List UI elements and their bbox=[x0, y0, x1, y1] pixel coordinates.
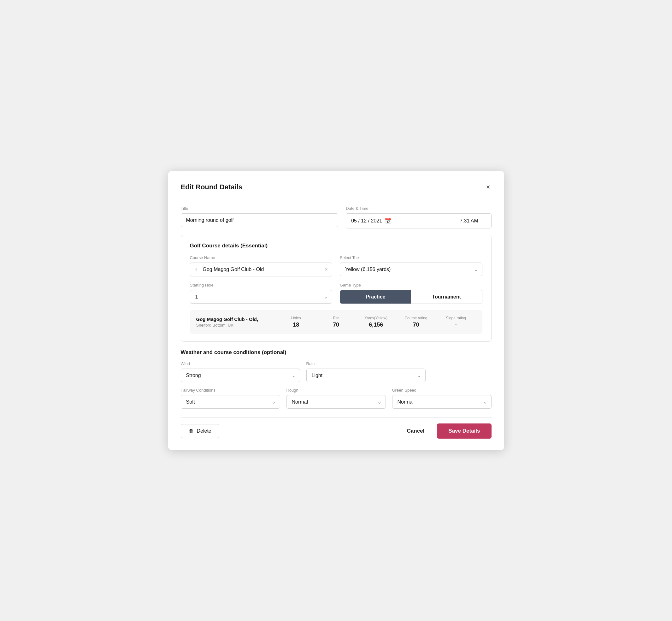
datetime-group: Date & Time 05 / 12 / 2021 📅 7:31 AM bbox=[346, 206, 491, 229]
rain-label: Rain bbox=[306, 361, 426, 366]
tee-select[interactable]: Yellow (6,156 yards) White Red Blue bbox=[340, 262, 482, 276]
title-group: Title bbox=[181, 206, 339, 229]
trash-icon: 🗑 bbox=[189, 428, 194, 434]
wind-rain-row: Wind Calm Light Moderate Strong Very Str… bbox=[181, 361, 492, 382]
rain-group: Rain None Light Moderate Heavy ⌄ bbox=[306, 361, 426, 382]
fairway-rough-green-row: Fairway Conditions Soft Normal Hard Wet … bbox=[181, 388, 492, 409]
time-part[interactable]: 7:31 AM bbox=[447, 214, 491, 228]
course-name-input[interactable] bbox=[190, 262, 333, 277]
course-info-card: Gog Magog Golf Club - Old, Shelford Bott… bbox=[190, 310, 482, 334]
title-datetime-row: Title Date & Time 05 / 12 / 2021 📅 7 bbox=[181, 206, 492, 229]
footer-row: 🗑 Delete Cancel Save Details bbox=[181, 417, 492, 439]
course-location: Shelford Bottom, UK bbox=[196, 323, 276, 328]
green-speed-select-wrap: Slow Normal Fast Very Fast ⌄ bbox=[392, 395, 492, 409]
course-tee-row: Course Name ☌ × Select Tee Yellow (6,156… bbox=[190, 255, 482, 277]
rain-select-wrap: None Light Moderate Heavy ⌄ bbox=[306, 369, 426, 382]
holes-value: 18 bbox=[276, 322, 316, 328]
starting-hole-group: Starting Hole 1234 5678 910 ⌄ bbox=[190, 283, 333, 304]
course-display-name: Gog Magog Golf Club - Old, bbox=[196, 317, 276, 322]
course-rating-value: 70 bbox=[396, 322, 436, 328]
select-tee-group: Select Tee Yellow (6,156 yards) White Re… bbox=[340, 255, 482, 277]
close-button[interactable]: × bbox=[485, 182, 492, 192]
wind-select[interactable]: Calm Light Moderate Strong Very Strong bbox=[181, 369, 300, 382]
par-stat: Par 70 bbox=[316, 316, 356, 328]
green-speed-select[interactable]: Slow Normal Fast Very Fast bbox=[392, 395, 492, 409]
course-name-group: Course Name ☌ × bbox=[190, 255, 333, 277]
weather-section-title: Weather and course conditions (optional) bbox=[181, 349, 492, 356]
green-speed-label: Green Speed bbox=[392, 388, 492, 392]
starting-hole-label: Starting Hole bbox=[190, 283, 333, 287]
delete-label: Delete bbox=[197, 428, 211, 434]
date-value: 05 / 12 / 2021 bbox=[351, 218, 382, 224]
rough-select[interactable]: Short Normal Long Very Long bbox=[287, 395, 386, 409]
calendar-icon: 📅 bbox=[385, 217, 391, 224]
slope-rating-label: Slope rating bbox=[436, 316, 476, 320]
footer-right: Cancel Save Details bbox=[402, 423, 492, 439]
search-icon: ☌ bbox=[194, 266, 198, 273]
rain-spacer bbox=[432, 361, 492, 382]
rough-group: Rough Short Normal Long Very Long ⌄ bbox=[287, 388, 386, 409]
par-label: Par bbox=[316, 316, 356, 320]
fairway-label: Fairway Conditions bbox=[181, 388, 280, 392]
modal-header: Edit Round Details × bbox=[181, 182, 492, 197]
cancel-button[interactable]: Cancel bbox=[402, 424, 430, 438]
par-value: 70 bbox=[316, 322, 356, 328]
yards-value: 6,156 bbox=[356, 322, 396, 328]
course-rating-stat: Course rating 70 bbox=[396, 316, 436, 328]
date-part[interactable]: 05 / 12 / 2021 📅 bbox=[346, 214, 447, 228]
golf-course-section: Golf Course details (Essential) Course N… bbox=[181, 235, 492, 342]
delete-button[interactable]: 🗑 Delete bbox=[181, 424, 219, 438]
rough-label: Rough bbox=[287, 388, 386, 392]
select-tee-label: Select Tee bbox=[340, 255, 482, 260]
yards-label: Yards(Yellow) bbox=[356, 316, 396, 320]
datetime-label: Date & Time bbox=[346, 206, 491, 211]
tee-select-wrap: Yellow (6,156 yards) White Red Blue ⌄ bbox=[340, 262, 482, 276]
course-rating-label: Course rating bbox=[396, 316, 436, 320]
slope-rating-stat: Slope rating - bbox=[436, 316, 476, 328]
save-button[interactable]: Save Details bbox=[437, 423, 491, 439]
hole-gametype-row: Starting Hole 1234 5678 910 ⌄ Game Type … bbox=[190, 283, 482, 304]
course-search-wrap: ☌ × bbox=[190, 262, 333, 277]
slope-rating-value: - bbox=[436, 322, 476, 328]
clear-icon[interactable]: × bbox=[324, 266, 328, 273]
date-time-row: 05 / 12 / 2021 📅 7:31 AM bbox=[346, 213, 491, 229]
practice-button[interactable]: Practice bbox=[340, 290, 411, 303]
green-speed-group: Green Speed Slow Normal Fast Very Fast ⌄ bbox=[392, 388, 492, 409]
wind-group: Wind Calm Light Moderate Strong Very Str… bbox=[181, 361, 300, 382]
rain-select[interactable]: None Light Moderate Heavy bbox=[306, 369, 426, 382]
wind-label: Wind bbox=[181, 361, 300, 366]
wind-select-wrap: Calm Light Moderate Strong Very Strong ⌄ bbox=[181, 369, 300, 382]
game-type-label: Game Type bbox=[340, 283, 482, 287]
rough-select-wrap: Short Normal Long Very Long ⌄ bbox=[287, 395, 386, 409]
holes-label: Holes bbox=[276, 316, 316, 320]
weather-section: Weather and course conditions (optional)… bbox=[181, 349, 492, 409]
tournament-button[interactable]: Tournament bbox=[411, 290, 482, 303]
holes-stat: Holes 18 bbox=[276, 316, 316, 328]
fairway-select-wrap: Soft Normal Hard Wet ⌄ bbox=[181, 395, 280, 409]
hole-select[interactable]: 1234 5678 910 bbox=[190, 290, 333, 303]
time-value: 7:31 AM bbox=[460, 218, 478, 224]
course-info-name: Gog Magog Golf Club - Old, Shelford Bott… bbox=[196, 317, 276, 328]
course-name-label: Course Name bbox=[190, 255, 333, 260]
modal-title: Edit Round Details bbox=[181, 183, 243, 191]
hole-select-wrap: 1234 5678 910 ⌄ bbox=[190, 290, 333, 303]
fairway-group: Fairway Conditions Soft Normal Hard Wet … bbox=[181, 388, 280, 409]
game-type-toggle: Practice Tournament bbox=[340, 290, 482, 304]
golf-course-section-title: Golf Course details (Essential) bbox=[190, 243, 482, 249]
game-type-group: Game Type Practice Tournament bbox=[340, 283, 482, 304]
edit-round-modal: Edit Round Details × Title Date & Time 0… bbox=[168, 171, 504, 450]
title-label: Title bbox=[181, 206, 339, 211]
yards-stat: Yards(Yellow) 6,156 bbox=[356, 316, 396, 328]
title-input[interactable] bbox=[181, 213, 339, 227]
fairway-select[interactable]: Soft Normal Hard Wet bbox=[181, 395, 280, 409]
